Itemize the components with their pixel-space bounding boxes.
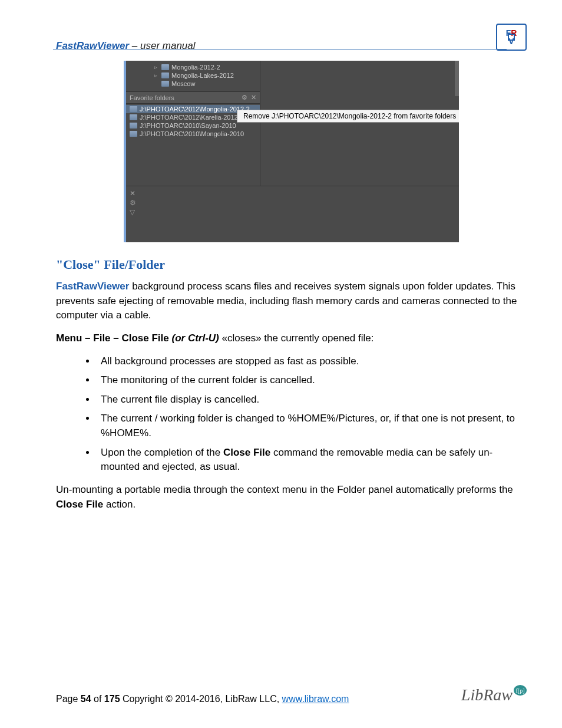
folder-icon xyxy=(130,123,137,129)
folder-icon xyxy=(130,114,137,120)
tree-item-label: Mongolia-Lakes-2012 xyxy=(171,72,234,79)
gear-icon[interactable]: ⚙ xyxy=(242,94,247,101)
folder-tree: ▹ Mongolia-2012-2 ▹ Mongolia-Lakes-2012 … xyxy=(126,61,260,91)
folder-icon xyxy=(130,131,137,137)
folder-icon xyxy=(161,73,169,78)
section-heading: "Close" File/Folder xyxy=(56,257,527,272)
brand-name: FastRawViewer xyxy=(56,281,129,292)
favorite-item-label: J:\PHOTOARC\2010\Sayan-2010 xyxy=(140,122,236,129)
folder-icon xyxy=(130,106,137,112)
filter-icon[interactable]: ▽ xyxy=(130,209,136,216)
libraw-link[interactable]: www.libraw.com xyxy=(282,694,349,704)
context-menu-item[interactable]: Remove J:\PHOTOARC\2012\Mongolia-2012-2 … xyxy=(237,110,459,123)
favorite-item-label: J:\PHOTOARC\2012\Mongolia-2012-2 xyxy=(140,106,250,113)
favorite-item-label: J:\PHOTOARC\2012\Karelia-2012 xyxy=(140,114,238,121)
footer-text: Page 54 of 175 Copyright © 2014-2016, Li… xyxy=(56,694,349,704)
tree-item-label: Mongolia-2012-2 xyxy=(171,64,220,71)
favorites-header: Favorite folders ⚙ ✕ xyxy=(126,91,260,104)
paragraph: FastRawViewer background process scans f… xyxy=(56,279,527,323)
brand-name: FastRawViewer xyxy=(56,40,129,51)
bottom-panel: ✕ ⚙ ▽ xyxy=(126,186,459,242)
libraw-logo: LibRaw f[p] xyxy=(461,686,527,704)
close-icon[interactable]: ✕ xyxy=(251,94,256,101)
header-suffix: – user manual xyxy=(129,40,195,51)
tree-item-label: Moscow xyxy=(171,80,195,87)
favorites-header-label: Favorite folders xyxy=(130,94,174,101)
header-rule xyxy=(53,49,507,50)
paragraph: Menu – File – Close File (or Ctrl-U) «cl… xyxy=(56,331,527,346)
scrollbar[interactable] xyxy=(455,61,459,96)
paragraph: Un-mounting a portable media through the… xyxy=(56,483,527,512)
list-item: All background processes are stopped as … xyxy=(96,354,527,369)
gear-icon[interactable]: ⚙ xyxy=(130,199,136,206)
favorite-item[interactable]: J:\PHOTOARC\2010\Sayan-2010 xyxy=(126,121,260,130)
folder-tree-panel: ▹ Mongolia-2012-2 ▹ Mongolia-Lakes-2012 … xyxy=(126,61,260,186)
folder-icon xyxy=(161,81,169,87)
tree-item[interactable]: Moscow xyxy=(130,80,260,88)
expand-arrow-icon[interactable]: ▹ xyxy=(154,73,159,78)
expand-arrow-icon xyxy=(154,81,159,87)
folder-icon xyxy=(161,64,169,70)
page-header: FastRawViewer – user manual FRV xyxy=(56,24,527,52)
favorite-item-label: J:\PHOTOARC\2010\Mongolia-2010 xyxy=(140,130,244,137)
tree-item[interactable]: ▹ Mongolia-Lakes-2012 xyxy=(130,71,260,80)
libraw-badge-icon: f[p] xyxy=(514,685,527,696)
header-title: FastRawViewer – user manual xyxy=(56,40,196,52)
preview-area xyxy=(260,61,459,186)
list-item: The current file display is cancelled. xyxy=(96,393,527,407)
bullet-list: All background processes are stopped as … xyxy=(56,354,527,475)
app-screenshot: ▹ Mongolia-2012-2 ▹ Mongolia-Lakes-2012 … xyxy=(124,61,459,242)
tree-item[interactable]: ▹ Mongolia-2012-2 xyxy=(130,63,260,71)
page-footer: Page 54 of 175 Copyright © 2014-2016, Li… xyxy=(56,686,527,704)
close-icon[interactable]: ✕ xyxy=(130,190,136,197)
list-item: The monitoring of the current folder is … xyxy=(96,373,527,388)
list-item: Upon the completion of the Close File co… xyxy=(96,446,527,475)
favorite-item[interactable]: J:\PHOTOARC\2010\Mongolia-2010 xyxy=(126,130,260,138)
expand-arrow-icon[interactable]: ▹ xyxy=(154,64,159,70)
frv-logo-icon: FRV xyxy=(496,24,527,51)
list-item: The current / working folder is changed … xyxy=(96,411,527,440)
